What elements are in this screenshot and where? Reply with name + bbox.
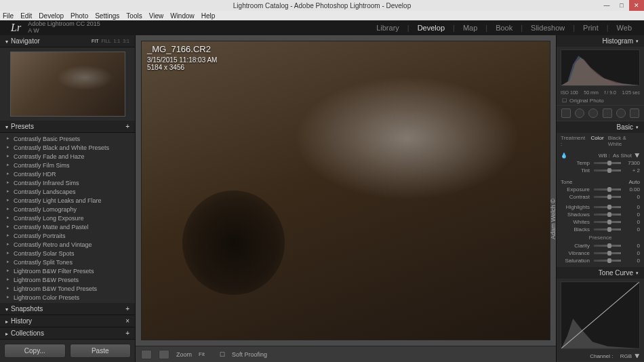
loupe-view-icon[interactable]	[141, 350, 152, 359]
svg-line-0	[561, 282, 639, 348]
preset-folder[interactable]: Lightroom Color Presets	[0, 293, 135, 302]
navigator-header[interactable]: ▾Navigator FIT FILL 1:1 3:1	[0, 35, 135, 47]
preset-folder[interactable]: Lightroom B&W Filter Presets	[0, 266, 135, 275]
treatment-bw[interactable]: Black & White	[608, 135, 640, 147]
menu-photo[interactable]: Photo	[71, 12, 88, 20]
preset-folder[interactable]: Contrastly Retro and Vintage	[0, 240, 135, 249]
histogram[interactable]	[561, 49, 640, 86]
histogram-info: ISO 100 50 mm f / 9.0 1/25 sec	[557, 89, 644, 96]
radial-filter-icon[interactable]	[616, 108, 626, 118]
preset-folder[interactable]: Lightroom Effect Presets	[0, 302, 135, 303]
saturation-slider[interactable]	[594, 260, 621, 262]
whites-slider[interactable]	[594, 221, 621, 223]
module-picker: Library| Develop| Map| Book| Slideshow| …	[375, 24, 633, 32]
user-name: A W	[28, 28, 100, 35]
zoom-fit[interactable]: Fit	[199, 351, 205, 357]
basic-header[interactable]: Basic▾	[557, 121, 644, 133]
exposure-slider[interactable]	[594, 188, 621, 190]
image-metadata: 3/15/2015 11:18:03 AM 5184 x 3456	[147, 56, 217, 71]
preset-folder[interactable]: Contrastly Fade and Haze	[0, 152, 135, 161]
copy-button[interactable]: Copy...	[4, 344, 66, 358]
menu-file[interactable]: File	[3, 12, 14, 20]
preset-folder[interactable]: Contrastly Landscapes	[0, 187, 135, 196]
contrast-slider[interactable]	[594, 196, 621, 198]
right-panel: Histogram▾ ISO 100 50 mm f / 9.0 1/25 se…	[556, 35, 644, 362]
preset-folder[interactable]: Contrastly Film Sims	[0, 161, 135, 169]
preset-folder[interactable]: Contrastly Infrared Sims	[0, 178, 135, 187]
preset-folder[interactable]: Contrastly Basic Presets	[0, 134, 135, 143]
close-button[interactable]: ✕	[629, 0, 644, 11]
temp-slider[interactable]	[594, 162, 621, 164]
wb-select[interactable]: As Shot	[613, 153, 632, 159]
menu-help[interactable]: Help	[201, 12, 216, 20]
treatment-color[interactable]: Color	[591, 135, 604, 147]
original-photo-toggle[interactable]: ☐ Original Photo	[557, 96, 644, 105]
image-viewer[interactable]: _MG_7166.CR2 3/15/2015 11:18:03 AM 5184 …	[141, 41, 550, 340]
before-after-icon[interactable]	[159, 350, 169, 359]
tone-curve[interactable]	[561, 281, 640, 349]
history-header[interactable]: ▸History×	[0, 315, 135, 327]
module-slideshow[interactable]: Slideshow	[529, 24, 566, 32]
brush-tool-icon[interactable]	[630, 108, 639, 118]
vibrance-slider[interactable]	[594, 252, 621, 254]
preset-folder[interactable]: Contrastly Split Tones	[0, 258, 135, 266]
menu-view[interactable]: View	[149, 12, 164, 20]
presets-header[interactable]: ▾Presets +	[0, 121, 135, 133]
grad-filter-icon[interactable]	[603, 108, 612, 118]
menu-develop[interactable]: Develop	[39, 12, 64, 20]
tone-curve-header[interactable]: Tone Curve▾	[557, 267, 644, 279]
preset-folder[interactable]: Contrastly Black and White Presets	[0, 143, 135, 152]
spot-tool-icon[interactable]	[575, 108, 584, 118]
shadows-slider[interactable]	[594, 214, 621, 216]
tint-slider[interactable]	[594, 169, 621, 172]
auto-tone-button[interactable]: Auto	[629, 179, 640, 185]
paste-button[interactable]: Paste	[70, 344, 132, 358]
preset-folder[interactable]: Contrastly Solar Spots	[0, 249, 135, 258]
preset-folder[interactable]: Contrastly Long Exposure	[0, 214, 135, 222]
module-library[interactable]: Library	[375, 24, 401, 32]
snapshots-header[interactable]: ▾Snapshots+	[0, 303, 135, 315]
preset-folder[interactable]: Lightroom B&W Toned Presets	[0, 284, 135, 293]
channel-select[interactable]: RGB	[620, 353, 632, 359]
menu-window[interactable]: Window	[170, 12, 195, 20]
nav-3to1[interactable]: 3:1	[123, 39, 129, 43]
lr-logo: Lr	[11, 22, 21, 34]
module-book[interactable]: Book	[494, 24, 514, 32]
zoom-label: Zoom	[176, 351, 192, 358]
preset-folder[interactable]: Contrastly Light Leaks and Flare	[0, 196, 135, 205]
watermark: Adam Welch ©	[550, 199, 557, 239]
eyedropper-icon[interactable]: 💧	[561, 153, 567, 159]
menu-settings[interactable]: Settings	[95, 12, 119, 20]
clarity-slider[interactable]	[594, 245, 621, 247]
nav-fit[interactable]: FIT	[92, 39, 99, 43]
preset-folder[interactable]: Contrastly Matte and Pastel	[0, 222, 135, 231]
identity-module-bar: Lr Adobe Lightroom CC 2015 A W Library| …	[0, 20, 644, 35]
develop-toolbar: Zoom Fit ☐ Soft Proofing	[136, 346, 556, 362]
module-print[interactable]: Print	[582, 24, 600, 32]
preset-folder[interactable]: Contrastly HDR	[0, 169, 135, 178]
crop-tool-icon[interactable]	[561, 108, 571, 118]
menu-edit[interactable]: Edit	[20, 12, 32, 20]
highlights-slider[interactable]	[594, 206, 621, 208]
collections-header[interactable]: ▸Collections+	[0, 327, 135, 340]
redeye-tool-icon[interactable]	[588, 108, 598, 118]
presets-list: Contrastly Basic Presets Contrastly Blac…	[0, 133, 135, 303]
preset-folder[interactable]: Contrastly Portraits	[0, 231, 135, 240]
add-preset-icon[interactable]: +	[125, 123, 129, 130]
navigator-thumbnail[interactable]	[10, 52, 125, 117]
minimize-button[interactable]: —	[599, 0, 614, 11]
module-develop[interactable]: Develop	[416, 24, 446, 32]
histogram-header[interactable]: Histogram▾	[557, 35, 644, 47]
center-area: _MG_7166.CR2 3/15/2015 11:18:03 AM 5184 …	[136, 35, 556, 362]
soft-proofing-label[interactable]: Soft Proofing	[232, 351, 267, 358]
maximize-button[interactable]: □	[614, 0, 629, 11]
nav-fill[interactable]: FILL	[102, 39, 111, 43]
menubar: File Edit Develop Photo Settings Tools V…	[0, 11, 644, 20]
blacks-slider[interactable]	[594, 228, 621, 230]
preset-folder[interactable]: Contrastly Lomography	[0, 205, 135, 214]
preset-folder[interactable]: Lightroom B&W Presets	[0, 275, 135, 284]
menu-tools[interactable]: Tools	[126, 12, 142, 20]
nav-1to1[interactable]: 1:1	[114, 39, 121, 43]
module-web[interactable]: Web	[616, 24, 633, 32]
module-map[interactable]: Map	[462, 24, 479, 32]
